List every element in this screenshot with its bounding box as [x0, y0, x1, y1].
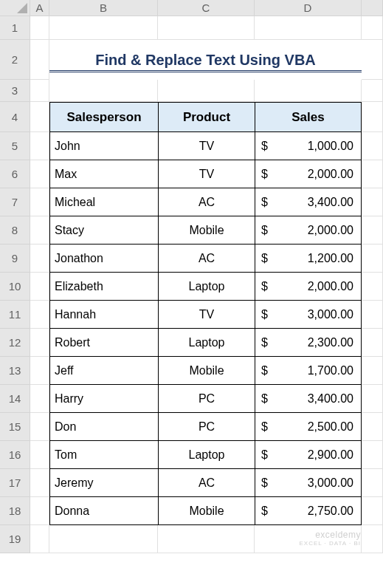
cell-e12[interactable]	[362, 329, 383, 357]
cell-e5[interactable]	[362, 132, 383, 160]
cell-e4[interactable]	[362, 102, 383, 132]
cell-a7[interactable]	[30, 188, 49, 216]
cell-sales[interactable]: $2,500.00	[255, 413, 362, 441]
page-title[interactable]: Find & Replace Text Using VBA	[49, 50, 362, 72]
cell-sales[interactable]: $2,300.00	[255, 329, 362, 357]
cell-salesperson[interactable]: Jeremy	[49, 469, 158, 497]
cell-product[interactable]: Mobile	[158, 216, 255, 245]
cell-d1[interactable]	[255, 16, 362, 40]
cell-salesperson[interactable]: Tom	[49, 441, 158, 469]
cell-product[interactable]: TV	[158, 132, 255, 160]
cell-sales[interactable]: $3,000.00	[255, 469, 362, 497]
cell-sales[interactable]: $2,900.00	[255, 441, 362, 469]
cell-e8[interactable]	[362, 216, 383, 245]
cell-a3[interactable]	[30, 80, 49, 102]
cell-salesperson[interactable]: Micheal	[49, 188, 158, 216]
cell-e1[interactable]	[362, 16, 383, 40]
cell-e18[interactable]	[362, 497, 383, 525]
cell-product[interactable]: AC	[158, 469, 255, 497]
row-header-8[interactable]: 8	[0, 216, 30, 245]
row-header-6[interactable]: 6	[0, 160, 30, 188]
cell-salesperson[interactable]: Max	[49, 160, 158, 188]
cell-salesperson[interactable]: Harry	[49, 385, 158, 413]
cell-e10[interactable]	[362, 273, 383, 301]
cell-d3[interactable]	[255, 80, 362, 102]
cell-product[interactable]: AC	[158, 245, 255, 273]
cell-a6[interactable]	[30, 160, 49, 188]
cell-a15[interactable]	[30, 413, 49, 441]
cell-e17[interactable]	[362, 469, 383, 497]
row-header-12[interactable]: 12	[0, 329, 30, 357]
cell-product[interactable]: TV	[158, 301, 255, 329]
cell-sales[interactable]: $3,000.00	[255, 301, 362, 329]
cell-salesperson[interactable]: Jonathon	[49, 245, 158, 273]
cell-product[interactable]: Mobile	[158, 357, 255, 385]
cell-a13[interactable]	[30, 357, 49, 385]
col-header-blank[interactable]	[362, 0, 383, 16]
cell-salesperson[interactable]: John	[49, 132, 158, 160]
table-header-sales[interactable]: Sales	[255, 102, 362, 132]
cell-a16[interactable]	[30, 441, 49, 469]
cell-a19[interactable]	[30, 525, 49, 553]
cell-b3[interactable]	[49, 80, 158, 102]
row-header-2[interactable]: 2	[0, 40, 30, 80]
table-header-product[interactable]: Product	[158, 102, 255, 132]
cell-a14[interactable]	[30, 385, 49, 413]
cell-a4[interactable]	[30, 102, 49, 132]
row-header-5[interactable]: 5	[0, 132, 30, 160]
cell-a10[interactable]	[30, 273, 49, 301]
cell-e2[interactable]	[362, 40, 383, 80]
cell-sales[interactable]: $3,400.00	[255, 188, 362, 216]
cell-salesperson[interactable]: Don	[49, 413, 158, 441]
cell-salesperson[interactable]: Robert	[49, 329, 158, 357]
row-header-13[interactable]: 13	[0, 357, 30, 385]
cell-a11[interactable]	[30, 301, 49, 329]
cell-a2[interactable]	[30, 40, 49, 80]
row-header-17[interactable]: 17	[0, 469, 30, 497]
col-header-d[interactable]: D	[255, 0, 362, 16]
cell-salesperson[interactable]: Stacy	[49, 216, 158, 245]
cell-product[interactable]: PC	[158, 413, 255, 441]
cell-product[interactable]: AC	[158, 188, 255, 216]
row-header-9[interactable]: 9	[0, 245, 30, 273]
row-header-19[interactable]: 19	[0, 525, 30, 553]
cell-a17[interactable]	[30, 469, 49, 497]
cell-e7[interactable]	[362, 188, 383, 216]
cell-e16[interactable]	[362, 441, 383, 469]
col-header-a[interactable]: A	[30, 0, 49, 16]
cell-sales[interactable]: $1,000.00	[255, 132, 362, 160]
row-header-16[interactable]: 16	[0, 441, 30, 469]
cell-c3[interactable]	[158, 80, 255, 102]
row-header-3[interactable]: 3	[0, 80, 30, 102]
cell-e14[interactable]	[362, 385, 383, 413]
cell-e15[interactable]	[362, 413, 383, 441]
select-all-corner[interactable]	[0, 0, 30, 16]
row-header-10[interactable]: 10	[0, 273, 30, 301]
row-header-11[interactable]: 11	[0, 301, 30, 329]
row-header-4[interactable]: 4	[0, 102, 30, 132]
cell-e3[interactable]	[362, 80, 383, 102]
cell-a5[interactable]	[30, 132, 49, 160]
cell-e11[interactable]	[362, 301, 383, 329]
cell-salesperson[interactable]: Elizabeth	[49, 273, 158, 301]
cell-a1[interactable]	[30, 16, 49, 40]
cell-salesperson[interactable]: Hannah	[49, 301, 158, 329]
row-header-7[interactable]: 7	[0, 188, 30, 216]
cell-c1[interactable]	[158, 16, 255, 40]
cell-product[interactable]: Laptop	[158, 441, 255, 469]
cell-a18[interactable]	[30, 497, 49, 525]
cell-b1[interactable]	[49, 16, 158, 40]
cell-b19[interactable]	[49, 525, 158, 553]
cell-salesperson[interactable]: Donna	[49, 497, 158, 525]
cell-product[interactable]: Laptop	[158, 329, 255, 357]
cell-sales[interactable]: $1,700.00	[255, 357, 362, 385]
cell-a8[interactable]	[30, 216, 49, 245]
cell-sales[interactable]: $1,200.00	[255, 245, 362, 273]
table-header-salesperson[interactable]: Salesperson	[49, 102, 158, 132]
cell-sales[interactable]: $2,750.00	[255, 497, 362, 525]
cell-product[interactable]: TV	[158, 160, 255, 188]
row-header-14[interactable]: 14	[0, 385, 30, 413]
cell-product[interactable]: Laptop	[158, 273, 255, 301]
cell-sales[interactable]: $3,400.00	[255, 385, 362, 413]
col-header-c[interactable]: C	[158, 0, 255, 16]
